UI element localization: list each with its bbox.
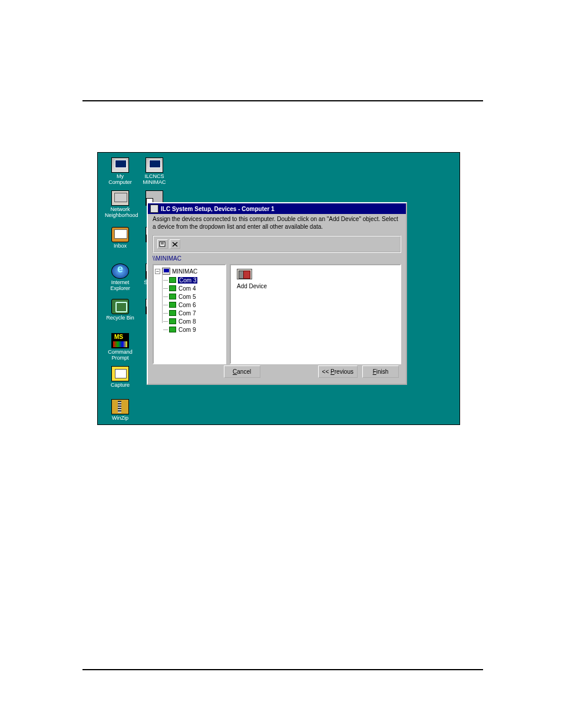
icon-label: WinZip <box>112 415 128 421</box>
document-page: { "desktop": { "icons_col1": [ {"label":… <box>0 0 562 728</box>
icon-label: Capture <box>111 382 130 388</box>
port-icon <box>169 294 176 299</box>
tree-item-label: Com 8 <box>178 318 196 325</box>
tree-item-com5[interactable]: Com 5 <box>163 292 224 301</box>
tree-item-com8[interactable]: Com 8 <box>163 317 224 325</box>
toolbar-delete-button[interactable] <box>170 239 180 249</box>
delete-x-icon <box>171 241 178 248</box>
recycle-icon <box>111 299 129 314</box>
dialog-title: ILC System Setup, Devices - Computer 1 <box>161 206 275 212</box>
tree-item-com9[interactable]: Com 9 <box>163 325 224 334</box>
tree-item-label: Com 7 <box>178 310 196 317</box>
tree-connector-line <box>162 274 163 323</box>
collapse-icon[interactable]: − <box>155 269 160 274</box>
icon-label: Internet Explorer <box>110 279 130 291</box>
dialog-panes: − MINIMAC Com 3 Com 4 <box>153 264 401 364</box>
tree-item-label: Com 4 <box>178 285 196 292</box>
icon-label: Command Prompt <box>108 349 133 361</box>
computer-icon <box>146 157 163 173</box>
computer-icon <box>162 268 170 275</box>
icon-label: Network Neighborhood <box>105 206 138 218</box>
desktop-icon-recycle[interactable]: Recycle Bin <box>105 299 135 321</box>
desktop-icon-inbox[interactable]: Inbox <box>105 227 135 249</box>
capture-icon <box>111 366 129 381</box>
desktop-icon-winzip[interactable]: WinZip <box>105 399 135 421</box>
toolbar-properties-button[interactable] <box>157 239 168 249</box>
cmd-icon <box>111 333 129 348</box>
path-label: \\MINIMAC <box>148 254 406 264</box>
ie-icon <box>111 263 129 279</box>
inbox-icon <box>111 227 129 242</box>
port-icon <box>169 277 176 283</box>
desktop-icon-ie[interactable]: Internet Explorer <box>105 263 135 292</box>
icon-label: Inbox <box>114 243 127 249</box>
desktop-icon-cmd[interactable]: Command Prompt <box>105 333 135 361</box>
icon-label: My Computer <box>108 173 132 185</box>
button-label: << Previous <box>322 368 353 375</box>
port-icon <box>169 327 176 332</box>
tree-root[interactable]: − MINIMAC <box>155 268 224 275</box>
previous-button[interactable]: << Previous <box>318 365 358 378</box>
tree-item-com7[interactable]: Com 7 <box>163 309 224 317</box>
tree-item-com3[interactable]: Com 3 <box>163 276 224 284</box>
dialog-button-row: Cancel << Previous Finish <box>148 365 406 378</box>
tree-children: Com 3 Com 4 Com 5 Com 6 <box>163 276 224 334</box>
properties-icon <box>159 241 166 248</box>
tree-root-label: MINIMAC <box>172 268 197 275</box>
desktop-icon-network[interactable]: Network Neighborhood <box>105 190 135 219</box>
desktop-icon-capture[interactable]: Capture <box>105 366 135 388</box>
port-icon <box>169 310 176 316</box>
dialog-titlebar[interactable]: ILC System Setup, Devices - Computer 1 <box>148 203 406 214</box>
finish-button[interactable]: Finish <box>362 365 399 378</box>
winzip-icon <box>111 399 129 414</box>
add-device-label: Add Device <box>237 283 267 289</box>
dialog-ilc-system-setup: ILC System Setup, Devices - Computer 1 A… <box>147 202 407 385</box>
dialog-toolbar <box>153 235 401 253</box>
button-label: Finish <box>373 368 389 375</box>
tree-item-label: Com 3 <box>178 277 197 284</box>
tree-item-label: Com 5 <box>178 294 196 300</box>
footer-rule <box>82 669 483 670</box>
tree-item-label: Com 6 <box>178 302 196 308</box>
dialog-instruction: Assign the devices connected to this com… <box>148 214 406 234</box>
cancel-button[interactable]: Cancel <box>224 365 260 378</box>
tree-item-com4[interactable]: Com 4 <box>163 284 224 292</box>
icon-label: Recycle Bin <box>106 315 134 321</box>
tree-item-com6[interactable]: Com 6 <box>163 301 224 309</box>
add-device-icon <box>237 269 252 279</box>
port-icon <box>169 285 176 291</box>
desktop-icon-ilcncs[interactable]: ILCNCS MINIMAC <box>139 157 170 186</box>
port-icon <box>169 302 176 308</box>
desktop-icon-my-computer[interactable]: My Computer <box>105 157 135 186</box>
computer-icon <box>111 157 129 173</box>
screenshot-desktop: My Computer Network Neighborhood Inbox I… <box>97 152 460 425</box>
list-pane[interactable]: Add Device <box>230 264 401 364</box>
add-device-item[interactable]: Add Device <box>237 269 394 289</box>
icon-label: ILCNCS MINIMAC <box>143 173 166 185</box>
system-menu-icon[interactable] <box>150 205 158 213</box>
tree-item-label: Com 9 <box>178 327 196 333</box>
port-icon <box>169 318 176 324</box>
button-label: Cancel <box>233 368 251 375</box>
tree-pane[interactable]: − MINIMAC Com 3 Com 4 <box>153 264 226 364</box>
network-icon <box>111 190 129 206</box>
header-rule <box>82 100 483 101</box>
